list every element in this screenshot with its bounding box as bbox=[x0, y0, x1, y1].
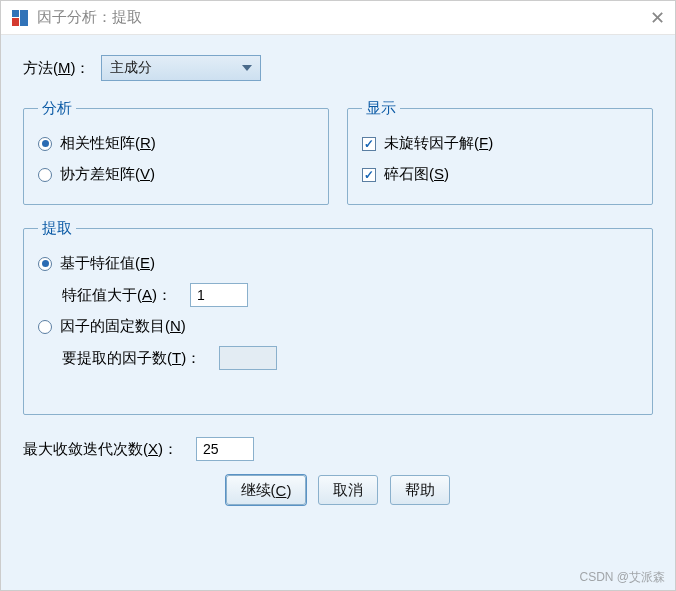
covariance-matrix-option[interactable]: 协方差矩阵(V) bbox=[38, 159, 314, 190]
dialog-content: 方法(M)： 主成分 分析 相关性矩阵(R) 协方差矩阵(V bbox=[1, 35, 675, 590]
app-icon bbox=[11, 9, 29, 27]
eigen-radio[interactable] bbox=[38, 257, 52, 271]
eigen-option[interactable]: 基于特征值(E) bbox=[38, 248, 638, 279]
dialog-window: 因子分析：提取 ✕ 方法(M)： 主成分 分析 相关性矩阵(R) bbox=[0, 0, 676, 591]
scree-checkbox[interactable] bbox=[362, 168, 376, 182]
extract-legend: 提取 bbox=[38, 219, 76, 238]
maxiter-label: 最大收敛迭代次数(X)： bbox=[23, 440, 178, 459]
button-row: 继续(C) 取消 帮助 bbox=[23, 475, 653, 505]
fixed-n-row: 要提取的因子数(T)： bbox=[38, 342, 638, 374]
continue-button[interactable]: 继续(C) bbox=[226, 475, 307, 505]
chevron-down-icon bbox=[242, 65, 252, 71]
fixed-option[interactable]: 因子的固定数目(N) bbox=[38, 311, 638, 342]
eigen-gt-input[interactable] bbox=[190, 283, 248, 307]
method-dropdown[interactable]: 主成分 bbox=[101, 55, 261, 81]
close-icon[interactable]: ✕ bbox=[650, 7, 665, 29]
unrotated-label: 未旋转因子解(F) bbox=[384, 134, 493, 153]
fixed-radio[interactable] bbox=[38, 320, 52, 334]
method-label: 方法(M)： bbox=[23, 59, 91, 78]
display-legend: 显示 bbox=[362, 99, 400, 118]
maxiter-input[interactable] bbox=[196, 437, 254, 461]
method-row: 方法(M)： 主成分 bbox=[23, 55, 653, 81]
correlation-label: 相关性矩阵(R) bbox=[60, 134, 156, 153]
extract-group: 提取 基于特征值(E) 特征值大于(A)： 因子的固定数目(N) bbox=[23, 219, 653, 415]
cancel-button[interactable]: 取消 bbox=[318, 475, 378, 505]
unrotated-checkbox[interactable] bbox=[362, 137, 376, 151]
display-group: 显示 未旋转因子解(F) 碎石图(S) bbox=[347, 99, 653, 205]
correlation-radio[interactable] bbox=[38, 137, 52, 151]
method-selected: 主成分 bbox=[110, 59, 152, 77]
fixed-label: 因子的固定数目(N) bbox=[60, 317, 186, 336]
correlation-matrix-option[interactable]: 相关性矩阵(R) bbox=[38, 128, 314, 159]
covariance-radio[interactable] bbox=[38, 168, 52, 182]
titlebar: 因子分析：提取 ✕ bbox=[1, 1, 675, 35]
svg-rect-1 bbox=[12, 18, 19, 26]
scree-label: 碎石图(S) bbox=[384, 165, 449, 184]
svg-rect-2 bbox=[20, 10, 28, 26]
eigen-gt-row: 特征值大于(A)： bbox=[38, 279, 638, 311]
watermark: CSDN @艾派森 bbox=[579, 569, 665, 586]
fixed-n-input bbox=[219, 346, 277, 370]
covariance-label: 协方差矩阵(V) bbox=[60, 165, 155, 184]
fixed-n-label: 要提取的因子数(T)： bbox=[62, 349, 201, 368]
svg-rect-3 bbox=[12, 10, 19, 17]
analysis-legend: 分析 bbox=[38, 99, 76, 118]
eigen-gt-label: 特征值大于(A)： bbox=[62, 286, 172, 305]
eigen-label: 基于特征值(E) bbox=[60, 254, 155, 273]
unrotated-option[interactable]: 未旋转因子解(F) bbox=[362, 128, 638, 159]
analysis-group: 分析 相关性矩阵(R) 协方差矩阵(V) bbox=[23, 99, 329, 205]
dialog-title: 因子分析：提取 bbox=[37, 8, 650, 27]
maxiter-row: 最大收敛迭代次数(X)： bbox=[23, 437, 653, 461]
scree-option[interactable]: 碎石图(S) bbox=[362, 159, 638, 190]
help-button[interactable]: 帮助 bbox=[390, 475, 450, 505]
